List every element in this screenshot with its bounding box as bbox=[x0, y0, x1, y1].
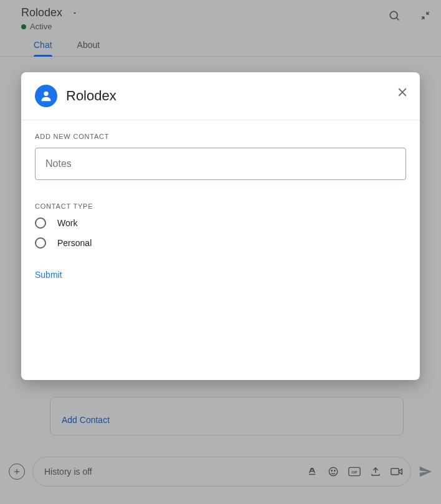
section-add-contact: ADD NEW CONTACT bbox=[35, 133, 406, 140]
radio-work-label: Work bbox=[57, 218, 77, 228]
radio-work-row[interactable]: Work bbox=[35, 217, 406, 229]
close-button[interactable] bbox=[396, 86, 409, 98]
submit-button[interactable]: Submit bbox=[35, 270, 62, 280]
radio-icon bbox=[35, 237, 46, 249]
radio-personal-label: Personal bbox=[57, 238, 92, 248]
svg-point-10 bbox=[44, 92, 48, 96]
section-contact-type: CONTACT TYPE bbox=[35, 202, 406, 210]
dialog: Rolodex ADD NEW CONTACT CONTACT TYPE Wor… bbox=[21, 72, 420, 380]
person-icon bbox=[35, 85, 57, 107]
radio-icon bbox=[35, 217, 46, 229]
modal-overlay: Rolodex ADD NEW CONTACT CONTACT TYPE Wor… bbox=[0, 0, 441, 504]
dialog-title: Rolodex bbox=[66, 88, 116, 104]
notes-input[interactable] bbox=[35, 148, 406, 180]
radio-personal-row[interactable]: Personal bbox=[35, 237, 406, 249]
